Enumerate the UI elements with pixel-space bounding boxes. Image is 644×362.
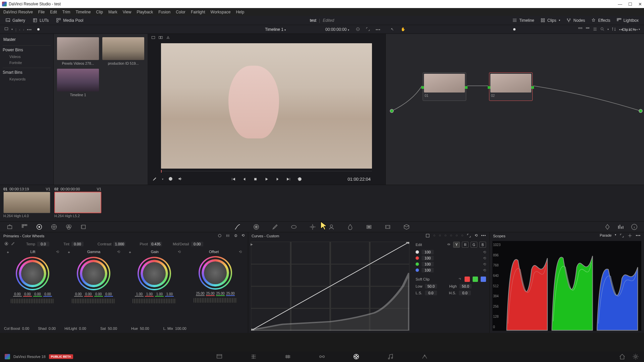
scopes-expand-icon[interactable] xyxy=(620,233,624,239)
qualifier-icon[interactable] xyxy=(271,223,279,231)
tint-value[interactable]: 0.00 xyxy=(71,242,84,246)
rgb-mixer-icon[interactable] xyxy=(65,223,72,231)
picker-white-icon[interactable] xyxy=(11,241,15,247)
last-frame-button[interactable] xyxy=(286,177,291,182)
menu-workspace[interactable]: Workspace xyxy=(211,10,231,14)
curve-r-intensity[interactable]: 100 xyxy=(422,256,434,260)
key-icon[interactable] xyxy=(365,223,373,231)
motion-effects-icon[interactable] xyxy=(80,223,87,231)
lmix-value[interactable]: 100.00 xyxy=(175,326,186,330)
reset-curves-icon[interactable]: ⟲ xyxy=(475,233,478,239)
softclip-r[interactable] xyxy=(465,277,470,282)
node-editor[interactable]: 01 02 xyxy=(386,34,644,185)
bypass-icon[interactable] xyxy=(356,27,360,32)
curves-icon[interactable] xyxy=(234,223,241,231)
curve-b-button[interactable]: B xyxy=(479,242,486,248)
lift-wheel[interactable]: ＋Lift⟲ 0.000.000.000.00 xyxy=(3,250,62,323)
softclip-ls[interactable]: 0.0 xyxy=(425,291,437,295)
magic-mask-icon[interactable] xyxy=(328,223,335,231)
next-icon[interactable]: › xyxy=(23,27,24,32)
curve-graph[interactable]: ▶ xyxy=(251,242,410,331)
3d-icon[interactable] xyxy=(403,223,410,231)
softclip-high[interactable]: 50.0 xyxy=(460,284,472,289)
node-01[interactable]: 01 xyxy=(423,72,466,101)
smartbin-keywords[interactable]: Keywords xyxy=(3,76,51,82)
shad-value[interactable]: 0.00 xyxy=(49,326,56,330)
info-icon[interactable] xyxy=(631,223,638,231)
color-checker-icon[interactable] xyxy=(21,223,28,231)
split-screen-icon[interactable] xyxy=(158,35,163,41)
viewer-more-icon[interactable]: ••• xyxy=(376,27,381,32)
softclip-low[interactable]: 50.0 xyxy=(425,284,437,289)
camera-raw-icon[interactable] xyxy=(6,223,13,231)
mute-icon[interactable] xyxy=(178,176,183,182)
hue-value[interactable]: 50.00 xyxy=(140,326,149,330)
temp-value[interactable]: 0.0 xyxy=(37,242,49,246)
powerbin-videos[interactable]: Videos xyxy=(3,54,51,60)
reset-y-icon[interactable]: ⟲ xyxy=(483,250,486,254)
curves-more-icon[interactable]: ••• xyxy=(481,233,486,239)
play-button[interactable] xyxy=(264,177,269,182)
curve-mode-icon[interactable]: ○ xyxy=(461,233,464,239)
fusion-page-icon[interactable] xyxy=(318,353,326,360)
softclip-b[interactable] xyxy=(481,277,486,282)
reset-g-icon[interactable]: ⟲ xyxy=(483,262,486,266)
softclip-hs[interactable]: 0.0 xyxy=(459,291,471,295)
clip-thumb-02[interactable]: 0200:00:00:00V1 H.264 High L5.2 xyxy=(54,187,101,219)
softclip-g[interactable] xyxy=(473,277,478,282)
color-page-icon[interactable] xyxy=(353,353,360,360)
search-icon[interactable] xyxy=(600,27,605,32)
sizing-icon[interactable] xyxy=(384,223,391,231)
media-clip[interactable]: Pexels Videos 278... xyxy=(57,37,99,65)
gain-wheel[interactable]: ＋Gain⟲ 1.001.001.001.00 xyxy=(125,250,184,323)
window-icon[interactable] xyxy=(290,223,298,231)
loop-button[interactable] xyxy=(297,177,302,182)
clip-view-icon[interactable] xyxy=(4,27,9,32)
menu-help[interactable]: Help xyxy=(236,10,244,14)
cut-page-icon[interactable] xyxy=(250,353,257,360)
fairlight-page-icon[interactable] xyxy=(387,353,394,360)
stop-button[interactable] xyxy=(253,177,258,182)
curve-mode-icon[interactable]: ○ xyxy=(439,233,441,239)
highlight-icon[interactable] xyxy=(166,35,170,41)
reset-all-icon[interactable]: ⟲ xyxy=(241,233,245,239)
tracker-icon[interactable] xyxy=(309,223,316,231)
mediapool-button[interactable]: Media Pool xyxy=(54,17,85,24)
hdr-wheels-icon[interactable] xyxy=(50,223,58,231)
unmix-icon[interactable] xyxy=(168,176,173,182)
menu-timeline[interactable]: Timeline xyxy=(75,10,91,14)
sat-value[interactable]: 50.00 xyxy=(108,326,117,330)
menu-playback[interactable]: Playback xyxy=(137,10,153,14)
hand-icon[interactable]: ✋ xyxy=(401,27,406,32)
curve-mode-icon[interactable]: ○ xyxy=(450,233,452,239)
timeline-name[interactable]: Timeline 1 xyxy=(265,27,283,32)
hilight-value[interactable]: 0.00 xyxy=(79,326,86,330)
grid-view-icon[interactable] xyxy=(585,27,590,32)
reset-b-icon[interactable]: ⟲ xyxy=(483,268,486,273)
close-button[interactable]: ✕ xyxy=(638,2,642,7)
timeline-button[interactable]: Timeline xyxy=(510,17,536,24)
first-frame-button[interactable] xyxy=(231,177,236,182)
curve-mode-icon[interactable]: ○ xyxy=(455,233,458,239)
menu-davinci[interactable]: DaVinci Resolve xyxy=(3,10,33,14)
scopes-settings-icon[interactable] xyxy=(628,233,632,239)
viewer-scrubber[interactable] xyxy=(161,170,372,173)
curve-mode-icon[interactable]: ○ xyxy=(444,233,447,239)
nodes-more-icon[interactable]: ••• xyxy=(633,27,638,32)
auto-balance-icon[interactable]: A xyxy=(4,241,9,247)
lightbox-button[interactable]: Lightbox xyxy=(614,17,641,24)
blur-icon[interactable] xyxy=(346,223,354,231)
media-clip[interactable]: production ID 519... xyxy=(102,37,144,65)
menu-trim[interactable]: Trim xyxy=(62,10,70,14)
media-timeline[interactable]: Timeline 1 xyxy=(57,69,99,97)
prev-frame-button[interactable] xyxy=(242,177,247,182)
colboost-value[interactable]: 0.00 xyxy=(22,326,29,330)
curve-y-intensity[interactable]: 100 xyxy=(422,250,434,254)
luts-button[interactable]: LUTs xyxy=(31,17,51,24)
menu-color[interactable]: Color xyxy=(176,10,185,14)
edit-page-icon[interactable] xyxy=(284,353,291,360)
clip-thumb-01[interactable]: 0100:00:13:19V1 H.264 High L4.0 xyxy=(3,187,50,219)
powerbins-section[interactable]: Power Bins xyxy=(3,45,51,54)
offset-wheel[interactable]: Offset⟲ 25.0025.0025.0025.00 xyxy=(186,250,245,323)
master-bin[interactable]: Master xyxy=(3,36,51,43)
